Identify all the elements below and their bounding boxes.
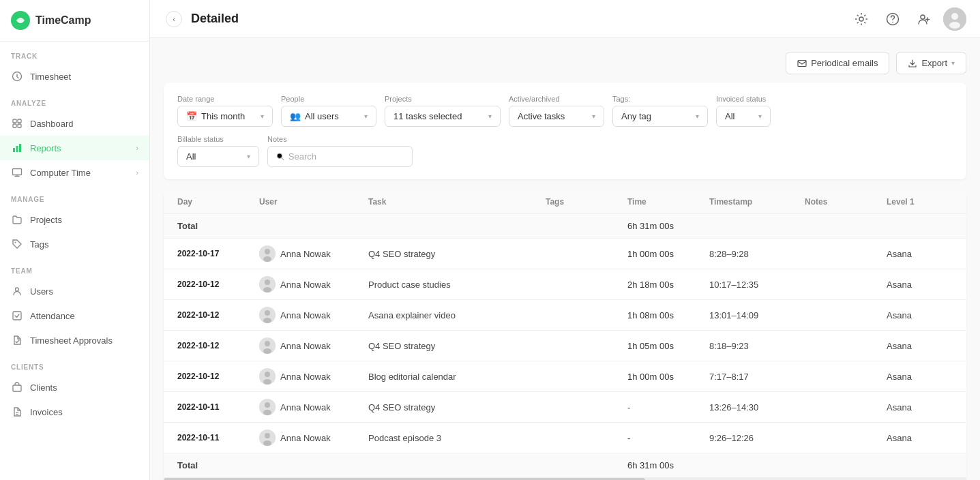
- export-button[interactable]: Export ▾: [896, 52, 966, 74]
- projects-filter: Projects 11 tasks selected ▾: [385, 95, 501, 127]
- notes-search-input[interactable]: [267, 146, 413, 167]
- table-body: Total 6h 31m 00s 2022-10-17: [164, 214, 966, 478]
- periodical-emails-button[interactable]: Periodical emails: [786, 52, 889, 74]
- people-select[interactable]: 👥 All users ▾: [281, 106, 376, 127]
- timestamp-val: 13:26–14:30: [709, 402, 805, 412]
- table-row: 2022-10-11 Anna Nowak Podcast episode 3 …: [164, 423, 966, 453]
- people-label: People: [281, 95, 376, 103]
- active-archived-select[interactable]: Active tasks ▾: [509, 106, 604, 127]
- table-row: 2022-10-11 Anna Nowak Q4 SEO strategy - …: [164, 392, 966, 423]
- task-name: Asana explainer video: [368, 310, 546, 320]
- sidebar-item-dashboard-label: Dashboard: [30, 119, 138, 129]
- sidebar-item-timesheet-approvals-label: Timesheet Approvals: [30, 335, 138, 346]
- total-time-bottom: 6h 31m 00s: [627, 460, 709, 470]
- user-cell: Anna Nowak: [259, 307, 368, 323]
- time-val: 1h 05m 00s: [627, 341, 709, 351]
- level1-val: Asana: [887, 433, 966, 443]
- add-user-button[interactable]: [912, 7, 936, 31]
- sidebar-item-computer-time[interactable]: Computer Time ›: [0, 160, 149, 185]
- svg-rect-6: [13, 148, 15, 152]
- svg-point-19: [921, 15, 925, 19]
- svg-point-34: [263, 318, 271, 323]
- sidebar-item-clients-label: Clients: [30, 382, 138, 393]
- analyze-section-label: ANALYZE: [0, 89, 149, 111]
- main-area: ‹ Detailed Periodical emails: [150, 0, 980, 480]
- folder-icon: [11, 213, 23, 226]
- tags-chevron-icon: ▾: [696, 112, 699, 120]
- sidebar-item-invoices-label: Invoices: [30, 407, 138, 417]
- timestamp-val: 10:17–12:35: [709, 280, 805, 290]
- timestamp-val: 13:01–14:09: [709, 310, 805, 320]
- level1-val: Asana: [887, 402, 966, 412]
- billable-select[interactable]: All ▾: [177, 146, 259, 167]
- filter-row-2: Billable status All ▾ Notes: [177, 135, 953, 167]
- notes-search-field[interactable]: [288, 151, 404, 162]
- settings-button[interactable]: [849, 7, 874, 31]
- tag-icon: [11, 238, 23, 250]
- projects-select[interactable]: 11 tasks selected ▾: [385, 106, 501, 127]
- user-name: Anna Nowak: [280, 249, 331, 259]
- sidebar-item-reports-label: Reports: [30, 143, 129, 153]
- sidebar-item-users[interactable]: Users: [0, 279, 149, 303]
- total-row-bottom: Total 6h 31m 00s: [164, 453, 966, 478]
- sidebar-item-tags[interactable]: Tags: [0, 232, 149, 256]
- sidebar-logo: TimeCamp: [0, 0, 149, 42]
- sidebar-item-timesheet[interactable]: Timesheet: [0, 64, 149, 89]
- user-cell: Anna Nowak: [259, 276, 368, 292]
- task-name: Q4 SEO strategy: [368, 341, 546, 351]
- user-avatar[interactable]: [943, 7, 966, 31]
- user-name: Anna Nowak: [280, 280, 331, 290]
- user-name: Anna Nowak: [280, 341, 331, 351]
- sidebar-item-projects[interactable]: Projects: [0, 207, 149, 232]
- check-square-icon: [11, 310, 23, 322]
- people-chevron-icon: ▾: [364, 112, 368, 120]
- date-range-value: This month: [201, 111, 245, 121]
- people-value: All users: [305, 111, 339, 121]
- billable-chevron-icon: ▾: [247, 153, 250, 160]
- billable-filter: Billable status All ▾: [177, 135, 259, 167]
- svg-point-33: [265, 310, 270, 316]
- sidebar-item-invoices[interactable]: Invoices: [0, 400, 149, 424]
- user-name: Anna Nowak: [280, 310, 331, 320]
- chart-icon: [11, 142, 23, 154]
- date-range-select[interactable]: 📅 This month ▾: [177, 106, 273, 127]
- track-section-label: TRACK: [0, 42, 149, 64]
- avatar: [259, 245, 276, 262]
- active-archived-chevron-icon: ▾: [592, 112, 595, 120]
- svg-line-25: [282, 158, 284, 160]
- topbar-actions: [849, 7, 966, 31]
- sidebar-collapse-button[interactable]: ‹: [166, 11, 182, 27]
- sidebar-item-reports[interactable]: Reports ›: [0, 136, 149, 160]
- help-button[interactable]: [880, 7, 905, 31]
- sidebar-item-attendance[interactable]: Attendance: [0, 303, 149, 328]
- topbar: ‹ Detailed: [150, 0, 980, 38]
- sidebar-item-timesheet-approvals[interactable]: Timesheet Approvals: [0, 328, 149, 352]
- user-cell: Anna Nowak: [259, 430, 368, 446]
- people-icon: 👥: [290, 111, 301, 121]
- export-label: Export: [921, 58, 947, 68]
- filter-row-1: Date range 📅 This month ▾ People 👥 All u…: [177, 95, 953, 127]
- tags-select[interactable]: Any tag ▾: [612, 106, 708, 127]
- table-row: 2022-10-12 Anna Nowak Asana explainer vi…: [164, 300, 966, 331]
- page-title: Detailed: [191, 12, 849, 26]
- notes-label: Notes: [267, 135, 413, 143]
- computer-time-chevron-icon: ›: [136, 168, 138, 177]
- timestamp-val: 8:28–9:28: [709, 249, 805, 259]
- user-icon: [11, 285, 23, 297]
- svg-point-27: [265, 249, 270, 254]
- file-check-icon: [11, 334, 23, 346]
- svg-rect-9: [13, 169, 22, 175]
- sidebar-item-users-label: Users: [30, 286, 138, 297]
- svg-point-11: [16, 288, 19, 291]
- svg-point-30: [265, 280, 270, 285]
- task-name: Q4 SEO strategy: [368, 249, 546, 259]
- total-time: 6h 31m 00s: [627, 221, 709, 231]
- avatar: [259, 399, 276, 415]
- invoiced-select[interactable]: All ▾: [716, 106, 771, 127]
- sidebar-item-clients[interactable]: Clients: [0, 375, 149, 400]
- top-actions: Periodical emails Export ▾: [164, 52, 966, 74]
- active-archived-filter: Active/archived Active tasks ▾: [509, 95, 604, 127]
- sidebar-item-dashboard[interactable]: Dashboard: [0, 111, 149, 136]
- svg-rect-4: [13, 124, 16, 127]
- user-cell: Anna Nowak: [259, 399, 368, 415]
